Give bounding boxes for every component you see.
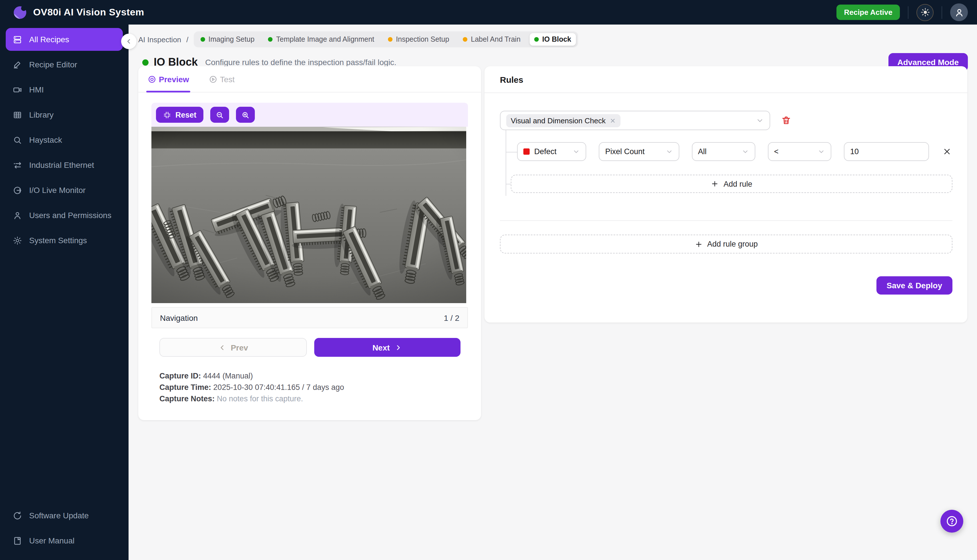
divider xyxy=(942,6,942,18)
step-imaging-setup[interactable]: Imaging Setup xyxy=(196,33,259,46)
step-template-image-alignment[interactable]: Template Image and Alignment xyxy=(264,33,379,46)
app-logo-icon xyxy=(13,5,27,20)
chevron-down-icon xyxy=(572,148,580,155)
ethernet-arrows-icon xyxy=(13,160,22,170)
page-subtitle: Configure rules to define the inspection… xyxy=(205,58,396,67)
capture-image[interactable] xyxy=(151,127,466,303)
sidebar-item-label: System Settings xyxy=(29,236,87,245)
sidebar-item-recipe-editor[interactable]: Recipe Editor xyxy=(6,53,123,76)
sidebar-item-label: Haystack xyxy=(29,135,62,145)
recipe-active-badge: Recipe Active xyxy=(836,5,900,20)
rule-group-select[interactable]: Visual and Dimension Check xyxy=(500,111,770,130)
rule-metric-select[interactable]: Pixel Count xyxy=(599,142,679,161)
add-rule-group-button[interactable]: Add rule group xyxy=(500,235,952,253)
video-camera-icon xyxy=(13,85,22,95)
sidebar-item-label: I/O Live Monitor xyxy=(29,185,86,195)
capture-time-row: Capture Time: 2025-10-30 07:40:41.165 / … xyxy=(159,382,468,393)
rule-scope-select[interactable]: All xyxy=(692,142,755,161)
sidebar-item-hmi[interactable]: HMI xyxy=(6,78,123,101)
sidebar-item-all-recipes[interactable]: All Recipes xyxy=(6,28,123,51)
breadcrumb: AI Inspection / Imaging Setup Template I… xyxy=(129,25,977,47)
save-deploy-button[interactable]: Save & Deploy xyxy=(876,276,952,295)
step-io-block[interactable]: IO Block xyxy=(530,33,575,46)
theme-toggle-button[interactable] xyxy=(917,4,934,21)
sidebar-collapse-button[interactable] xyxy=(121,34,137,49)
step-label: Template Image and Alignment xyxy=(276,35,374,43)
zoom-in-button[interactable] xyxy=(236,107,255,123)
add-rule-label: Add rule xyxy=(724,180,753,188)
prev-button[interactable]: Prev xyxy=(159,338,307,357)
status-dot-green xyxy=(268,37,273,42)
chevron-down-icon xyxy=(665,148,673,155)
tab-label: Preview xyxy=(159,75,189,83)
capture-info: Capture ID: 4444 (Manual) Capture Time: … xyxy=(159,370,468,405)
chevron-right-icon xyxy=(394,343,402,352)
rule-class-select[interactable]: Defect xyxy=(517,142,586,161)
capture-id-row: Capture ID: 4444 (Manual) xyxy=(159,370,468,382)
trash-icon xyxy=(781,115,791,126)
sidebar-item-haystack[interactable]: Haystack xyxy=(6,128,123,151)
step-inspection-setup[interactable]: Inspection Setup xyxy=(383,33,453,46)
rules-title: Rules xyxy=(485,66,967,93)
sidebar-item-label: Library xyxy=(29,110,54,119)
tree-line xyxy=(506,130,506,196)
chevron-down-icon xyxy=(742,148,749,155)
sidebar-footer: Software Update User Manual xyxy=(0,501,129,560)
next-button[interactable]: Next xyxy=(314,338,460,357)
status-dot-green xyxy=(534,37,539,42)
step-label-and-train[interactable]: Label And Train xyxy=(458,33,525,46)
rule-operator-value: < xyxy=(774,147,779,156)
app-window: OV80i AI Vision System Recipe Active xyxy=(0,0,977,560)
step-label: Inspection Setup xyxy=(396,35,449,43)
user-avatar-button[interactable] xyxy=(950,3,968,21)
chevron-left-icon xyxy=(125,38,132,45)
reset-view-button[interactable]: Reset xyxy=(156,107,203,123)
sidebar-item-library[interactable]: Library xyxy=(6,103,123,126)
chevron-down-icon xyxy=(756,117,764,125)
navigation-strip: Navigation 1 / 2 xyxy=(151,307,468,328)
capture-time-label: Capture Time: xyxy=(159,383,211,392)
pencil-icon xyxy=(13,60,22,69)
person-icon xyxy=(954,7,964,17)
page-indicator: 1 / 2 xyxy=(444,313,460,322)
defect-color-swatch xyxy=(524,148,530,155)
sun-icon xyxy=(920,7,930,17)
chevron-left-icon xyxy=(218,343,226,352)
rule-value-input[interactable] xyxy=(844,142,929,161)
zoom-in-icon xyxy=(241,110,250,119)
remove-rule-button[interactable] xyxy=(942,146,952,157)
add-rule-group-label: Add rule group xyxy=(707,240,758,248)
sidebar-item-software-update[interactable]: Software Update xyxy=(6,504,123,527)
breadcrumb-root[interactable]: AI Inspection xyxy=(138,35,181,44)
add-rule-wrap: Add rule xyxy=(511,175,952,193)
rule-operator-select[interactable]: < xyxy=(768,142,831,161)
sidebar-item-system-settings[interactable]: System Settings xyxy=(6,229,123,252)
add-rule-button[interactable]: Add rule xyxy=(511,175,952,193)
add-group-wrap: Add rule group xyxy=(500,235,952,253)
gear-icon xyxy=(13,235,22,245)
rule-group-row: Visual and Dimension Check xyxy=(500,111,952,130)
group-tag-label: Visual and Dimension Check xyxy=(511,116,606,125)
zoom-out-button[interactable] xyxy=(210,107,229,123)
tab-preview[interactable]: Preview xyxy=(147,66,189,92)
rule-tree: Defect Pixel Count All xyxy=(500,142,952,193)
sidebar-item-label: HMI xyxy=(29,85,44,94)
tree-line xyxy=(506,184,511,184)
save-row: Save & Deploy xyxy=(500,276,952,295)
sidebar-item-io-live-monitor[interactable]: I/O Live Monitor xyxy=(6,179,123,202)
breadcrumb-steps: Imaging Setup Template Image and Alignme… xyxy=(194,32,578,47)
help-button[interactable] xyxy=(940,510,963,533)
sidebar-item-label: User Manual xyxy=(29,536,75,545)
sidebar-item-users-permissions[interactable]: Users and Permissions xyxy=(6,204,123,227)
sidebar-item-label: Software Update xyxy=(29,511,89,520)
delete-group-button[interactable] xyxy=(781,115,791,126)
step-label: IO Block xyxy=(542,35,571,43)
sidebar-item-industrial-ethernet[interactable]: Industrial Ethernet xyxy=(6,153,123,177)
rules-body: Visual and Dimension Check xyxy=(485,93,967,295)
sidebar-item-label: All Recipes xyxy=(29,35,69,44)
tab-test[interactable]: Test xyxy=(209,66,234,92)
tree-line xyxy=(506,152,517,152)
sidebar-item-user-manual[interactable]: User Manual xyxy=(6,529,123,552)
main-content: AI Inspection / Imaging Setup Template I… xyxy=(129,25,977,560)
remove-tag-icon[interactable] xyxy=(610,117,616,123)
